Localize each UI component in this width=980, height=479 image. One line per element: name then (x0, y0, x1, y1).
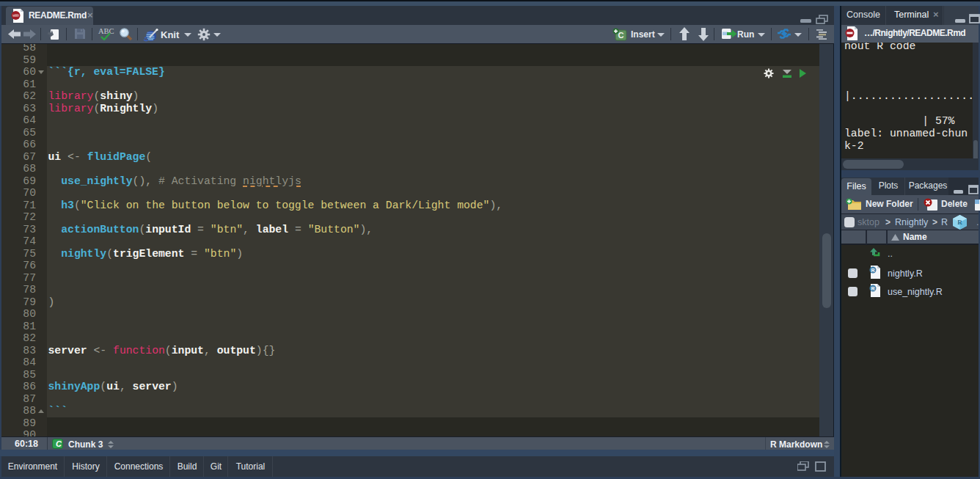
svg-text:R: R (871, 286, 874, 291)
svg-text:C: C (618, 31, 624, 40)
svg-text:Rmd: Rmd (13, 14, 19, 17)
svg-text:R: R (871, 268, 874, 273)
svg-text:R: R (957, 219, 962, 226)
